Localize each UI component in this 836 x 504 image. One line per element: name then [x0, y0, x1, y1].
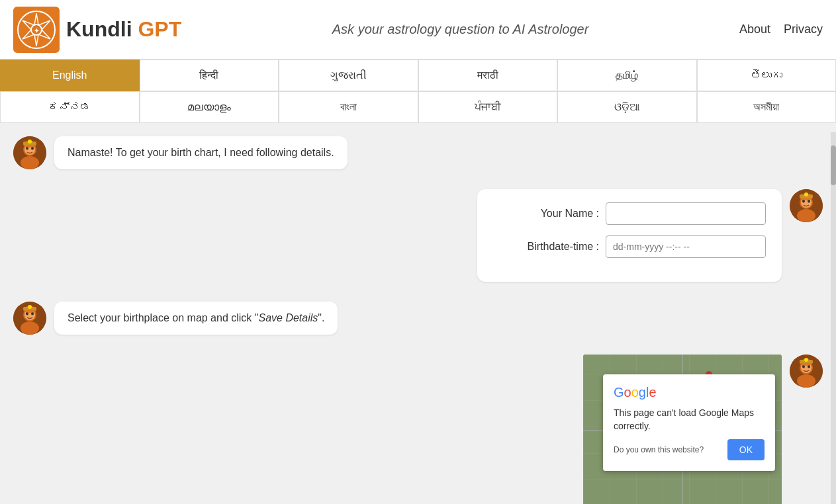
- svg-point-43: [797, 374, 815, 388]
- bot-avatar-2: [790, 189, 823, 222]
- map-area[interactable]: Google This page can't load Google Maps …: [583, 355, 782, 504]
- language-row-1: English हिन्दी ગુજરાતી मराठी தமிழ் తెలుగ…: [0, 60, 836, 91]
- lang-tab-english[interactable]: English: [0, 60, 140, 91]
- logo-icon: ✦: [13, 7, 60, 53]
- lang-tab-bengali[interactable]: বাংলা: [279, 91, 418, 123]
- lang-tab-kannada[interactable]: ಕನ್ನಡ: [0, 91, 140, 123]
- name-input[interactable]: [606, 202, 766, 225]
- greeting-bubble: Namaste! To get your birth chart, I need…: [54, 136, 348, 169]
- birthplace-text-suffix: ".: [318, 312, 324, 323]
- name-label: Your Name :: [493, 208, 599, 220]
- logo-area: ✦ Kundli GPT: [13, 7, 181, 53]
- map-background: Google This page can't load Google Maps …: [583, 355, 782, 504]
- scrollbar[interactable]: [831, 132, 836, 504]
- language-bar: English हिन्दी ગુજરાતી मराठी தமிழ் తెలుగ…: [0, 60, 836, 123]
- google-logo: Google: [614, 385, 765, 400]
- greeting-row: Namaste! To get your birth chart, I need…: [13, 136, 823, 169]
- nav-privacy[interactable]: Privacy: [784, 22, 823, 36]
- scroll-thumb[interactable]: [831, 146, 836, 185]
- logo-text: Kundli GPT: [66, 17, 181, 42]
- birthdate-form-row: Birthdate-time :: [493, 235, 766, 258]
- birthplace-text-italic: Save Details: [259, 312, 318, 323]
- svg-point-31: [28, 305, 32, 309]
- form-row: Your Name : Birthdate-time :: [13, 189, 823, 282]
- map-container: Google This page can't load Google Maps …: [583, 355, 782, 504]
- map-ok-button[interactable]: OK: [727, 439, 765, 460]
- lang-tab-gujarati[interactable]: ગુજરાતી: [279, 60, 418, 91]
- lang-tab-punjabi[interactable]: ਪੰਜਾਬੀ: [418, 91, 558, 123]
- map-error-dialog: Google This page can't load Google Maps …: [603, 374, 775, 471]
- lang-tab-hindi[interactable]: हिन्दी: [140, 60, 279, 91]
- bot-avatar-3: [13, 302, 46, 335]
- svg-point-7: [21, 156, 39, 169]
- chat-area: Namaste! To get your birth chart, I need…: [0, 123, 836, 504]
- header: ✦ Kundli GPT Ask your astrology question…: [0, 0, 836, 60]
- bot-avatar-1: [13, 136, 46, 169]
- nav-about[interactable]: About: [739, 22, 770, 36]
- birthplace-row: Select your birthplace on map and click …: [13, 302, 823, 335]
- svg-point-13: [28, 140, 32, 144]
- map-error-title: This page can't load Google Maps correct…: [614, 407, 765, 433]
- bot-avatar-4: [790, 355, 823, 388]
- birthdate-label: Birthdate-time :: [493, 241, 599, 253]
- birthdate-input[interactable]: [606, 235, 766, 258]
- svg-point-25: [21, 321, 39, 335]
- birthplace-bubble: Select your birthplace on map and click …: [54, 302, 338, 335]
- lang-tab-telugu[interactable]: తెలుగు: [697, 60, 837, 91]
- lang-tab-malayalam[interactable]: മലയാളം: [140, 91, 279, 123]
- user-form-bubble: Your Name : Birthdate-time :: [477, 189, 782, 282]
- greeting-text: Namaste! To get your birth chart, I need…: [68, 147, 334, 158]
- header-tagline: Ask your astrology question to AI Astrol…: [332, 22, 589, 36]
- map-error-footer-text: Do you own this website?: [614, 445, 704, 454]
- lang-tab-marathi[interactable]: मराठी: [418, 60, 558, 91]
- lang-tab-odia[interactable]: ଓଡ଼ିଆ: [557, 91, 697, 123]
- lang-tab-assamese[interactable]: অসমীয়া: [697, 91, 837, 123]
- svg-point-16: [797, 209, 815, 222]
- map-error-footer: Do you own this website? OK: [614, 439, 765, 460]
- header-nav: About Privacy: [739, 22, 823, 36]
- birthplace-text-prefix: Select your birthplace on map and click …: [68, 312, 259, 323]
- language-row-2: ಕನ್ನಡ മലയാളം বাংলা ਪੰਜਾਬੀ ଓଡ଼ିଆ অসমীয়া: [0, 91, 836, 123]
- lang-tab-tamil[interactable]: தமிழ்: [557, 60, 697, 91]
- map-row: Google This page can't load Google Maps …: [13, 355, 823, 504]
- svg-point-49: [804, 358, 808, 362]
- name-form-row: Your Name :: [493, 202, 766, 225]
- svg-text:✦: ✦: [34, 27, 40, 34]
- header-center: Ask your astrology question to AI Astrol…: [181, 22, 739, 37]
- svg-point-22: [804, 192, 808, 196]
